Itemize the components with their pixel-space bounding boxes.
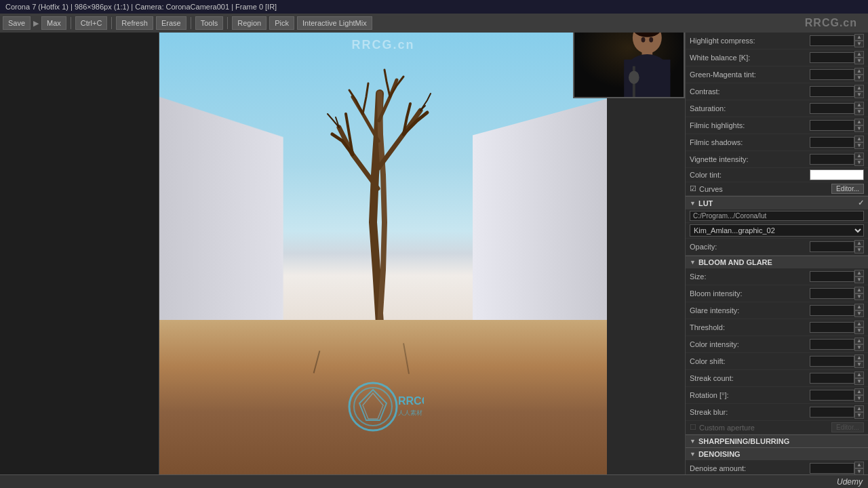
save-button[interactable]: Save	[3, 16, 31, 30]
up-arrow[interactable]: ▲	[854, 85, 864, 92]
up-arrow[interactable]: ▲	[854, 371, 864, 378]
streak-blur-input[interactable]: 0.25	[810, 407, 854, 418]
up-arrow[interactable]: ▲	[854, 34, 864, 41]
viewport[interactable]: RRCG.cn	[159, 33, 607, 474]
color-shift-input[interactable]: 0.50	[810, 356, 854, 367]
down-arrow[interactable]: ▼	[854, 412, 864, 419]
curves-editor-button[interactable]: Editor...	[831, 184, 864, 194]
ctrlc-button[interactable]: Ctrl+C	[75, 16, 107, 30]
down-arrow[interactable]: ▼	[854, 310, 864, 317]
lut-opacity-input[interactable]: 0.70	[810, 241, 854, 252]
filmic-highlights-input[interactable]: 0.0	[810, 120, 854, 131]
glare-intensity-spinbox[interactable]: 1.0 ▲ ▼	[810, 304, 864, 317]
threshold-arrows[interactable]: ▲ ▼	[854, 321, 864, 334]
green-magenta-input[interactable]: 0.0	[810, 69, 854, 80]
rotation-input[interactable]: 150	[810, 390, 854, 401]
interactive-lightmix-button[interactable]: Interactive LightMix	[297, 16, 372, 30]
color-intensity-arrows[interactable]: ▲ ▼	[854, 338, 864, 351]
up-arrow[interactable]: ▲	[854, 68, 864, 75]
highlight-compress-spinbox[interactable]: 1.0 ▲ ▼	[810, 34, 864, 47]
contrast-arrows[interactable]: ▲ ▼	[854, 85, 864, 98]
down-arrow[interactable]: ▼	[854, 395, 864, 402]
filmic-shadows-spinbox[interactable]: 0.0 ▲ ▼	[810, 136, 864, 149]
color-intensity-spinbox[interactable]: 0.25 ▲ ▼	[810, 338, 864, 351]
sharpening-section-header[interactable]: ▼ SHARPENING/BLURRING	[686, 434, 868, 447]
saturation-spinbox[interactable]: 0.0 ▲ ▼	[810, 102, 864, 115]
white-balance-spinbox[interactable]: 6500.0 ▲ ▼	[810, 51, 864, 64]
up-arrow[interactable]: ▲	[854, 287, 864, 293]
saturation-arrows[interactable]: ▲ ▼	[854, 102, 864, 115]
down-arrow[interactable]: ▼	[854, 344, 864, 351]
bloom-section-header[interactable]: ▼ BLOOM AND GLARE	[686, 256, 868, 268]
denoise-amount-spinbox[interactable]: 0.500 ▲ ▼	[810, 462, 864, 474]
pick-button[interactable]: Pick	[269, 16, 294, 30]
down-arrow[interactable]: ▼	[854, 293, 864, 300]
bloom-intensity-input[interactable]: 1.0	[810, 288, 854, 299]
down-arrow[interactable]: ▼	[854, 108, 864, 115]
threshold-input[interactable]: 1.0	[810, 322, 854, 333]
down-arrow[interactable]: ▼	[854, 41, 864, 47]
erase-button[interactable]: Erase	[156, 16, 186, 30]
size-input[interactable]: 15.0	[810, 271, 854, 282]
denoise-amount-arrows[interactable]: ▲ ▼	[854, 462, 864, 474]
streak-blur-spinbox[interactable]: 0.25 ▲ ▼	[810, 405, 864, 419]
green-magenta-spinbox[interactable]: 0.0 ▲ ▼	[810, 68, 864, 81]
vignette-input[interactable]: 0.0	[810, 154, 854, 165]
bloom-intensity-arrows[interactable]: ▲ ▼	[854, 287, 864, 300]
denoising-section-header[interactable]: ▼ DENOISING	[686, 447, 868, 460]
color-shift-spinbox[interactable]: 0.50 ▲ ▼	[810, 354, 864, 368]
up-arrow[interactable]: ▲	[854, 270, 864, 277]
down-arrow[interactable]: ▼	[854, 92, 864, 98]
streak-count-spinbox[interactable]: 8 ▲ ▼	[810, 371, 864, 385]
contrast-spinbox[interactable]: 1.0 ▲ ▼	[810, 85, 864, 98]
up-arrow[interactable]: ▲	[854, 240, 864, 247]
up-arrow[interactable]: ▲	[854, 354, 864, 361]
contrast-input[interactable]: 1.0	[810, 86, 854, 97]
max-button[interactable]: Max	[41, 16, 66, 30]
down-arrow[interactable]: ▼	[854, 125, 864, 132]
size-arrows[interactable]: ▲ ▼	[854, 270, 864, 283]
filmic-shadows-arrows[interactable]: ▲ ▼	[854, 136, 864, 149]
refresh-button[interactable]: Refresh	[116, 16, 153, 30]
streak-blur-arrows[interactable]: ▲ ▼	[854, 405, 864, 419]
up-arrow[interactable]: ▲	[854, 304, 864, 310]
up-arrow[interactable]: ▲	[854, 102, 864, 108]
streak-count-arrows[interactable]: ▲ ▼	[854, 371, 864, 385]
down-arrow[interactable]: ▼	[854, 277, 864, 283]
down-arrow[interactable]: ▼	[854, 468, 864, 474]
up-arrow[interactable]: ▲	[854, 388, 864, 395]
lut-opacity-spinbox[interactable]: 0.70 ▲ ▼	[810, 240, 864, 253]
down-arrow[interactable]: ▼	[854, 58, 864, 64]
down-arrow[interactable]: ▼	[854, 327, 864, 334]
filmic-highlights-arrows[interactable]: ▲ ▼	[854, 119, 864, 132]
down-arrow[interactable]: ▼	[854, 378, 864, 385]
filmic-highlights-spinbox[interactable]: 0.0 ▲ ▼	[810, 119, 864, 132]
down-arrow[interactable]: ▼	[854, 247, 864, 253]
up-arrow[interactable]: ▲	[854, 136, 864, 142]
vignette-arrows[interactable]: ▲ ▼	[854, 152, 864, 166]
highlight-compress-arrows[interactable]: ▲ ▼	[854, 34, 864, 47]
streak-count-input[interactable]: 8	[810, 373, 854, 384]
up-arrow[interactable]: ▲	[854, 338, 864, 344]
bloom-intensity-spinbox[interactable]: 1.0 ▲ ▼	[810, 287, 864, 300]
lut-preset-dropdown[interactable]: Kim_Amlan...graphic_02	[690, 224, 864, 237]
threshold-spinbox[interactable]: 1.0 ▲ ▼	[810, 321, 864, 334]
rotation-spinbox[interactable]: 150 ▲ ▼	[810, 388, 864, 402]
down-arrow[interactable]: ▼	[854, 142, 864, 149]
lut-opacity-arrows[interactable]: ▲ ▼	[854, 240, 864, 253]
region-button[interactable]: Region	[232, 16, 267, 30]
saturation-input[interactable]: 0.0	[810, 103, 854, 114]
white-balance-input[interactable]: 6500.0	[810, 52, 854, 63]
rotation-arrows[interactable]: ▲ ▼	[854, 388, 864, 402]
lut-section-header[interactable]: ▼ LUT ✓	[686, 196, 868, 209]
custom-aperture-editor-button[interactable]: Editor...	[831, 422, 864, 432]
down-arrow[interactable]: ▼	[854, 159, 864, 166]
highlight-compress-input[interactable]: 1.0	[810, 35, 854, 46]
up-arrow[interactable]: ▲	[854, 51, 864, 58]
down-arrow[interactable]: ▼	[854, 75, 864, 81]
filmic-shadows-input[interactable]: 0.0	[810, 137, 854, 148]
denoise-amount-input[interactable]: 0.500	[810, 463, 854, 474]
up-arrow[interactable]: ▲	[854, 405, 864, 412]
vignette-spinbox[interactable]: 0.0 ▲ ▼	[810, 152, 864, 166]
green-magenta-arrows[interactable]: ▲ ▼	[854, 68, 864, 81]
